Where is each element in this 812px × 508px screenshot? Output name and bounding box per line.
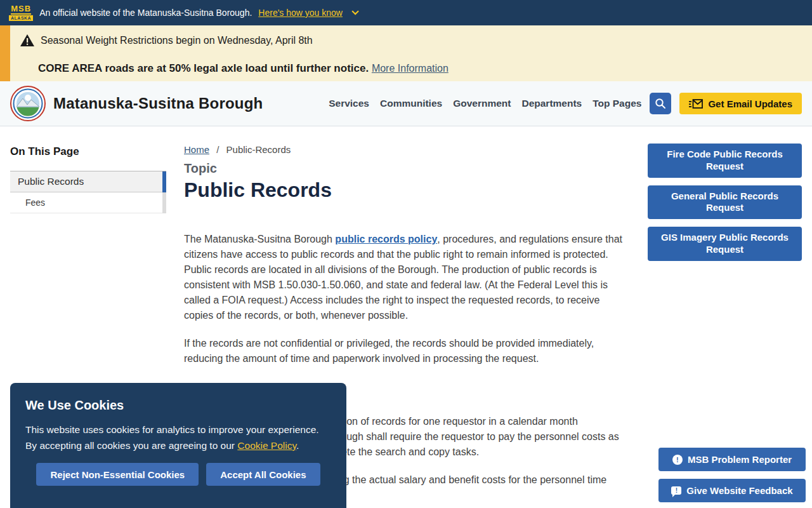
give-website-feedback-button[interactable]: ! Give Website Feedback — [658, 479, 806, 502]
general-records-request-button[interactable]: General Public Records Request — [648, 185, 802, 220]
search-icon — [655, 98, 666, 109]
page-title: Public Records — [184, 178, 332, 202]
sidebar-item-fees[interactable]: Fees — [10, 192, 166, 213]
breadcrumb-home-link[interactable]: Home — [184, 144, 209, 155]
on-this-page-sidebar: On This Page Public Records Fees — [10, 145, 166, 213]
msb-logo-text: MSB — [11, 4, 31, 15]
email-icon — [689, 99, 703, 109]
msb-alaska-logo: MSB ALASKA — [9, 4, 33, 21]
cookie-text-line2-end: . — [296, 440, 299, 451]
alert-line2: CORE AREA roads are at 50% legal axle lo… — [38, 62, 369, 74]
on-this-page-title: On This Page — [10, 145, 166, 158]
topic-kicker: Topic — [184, 161, 217, 176]
breadcrumb-separator: / — [216, 144, 219, 155]
borough-seal-logo — [10, 86, 46, 121]
intro-paragraph: The Matanuska-Susitna Borough public rec… — [184, 232, 628, 323]
get-email-updates-button[interactable]: Get Email Updates — [679, 93, 802, 114]
feedback-label: Give Website Feedback — [686, 485, 792, 496]
nav-departments[interactable]: Departments — [521, 98, 582, 109]
sidebar-scrollbar-thumb[interactable] — [162, 171, 166, 192]
cookie-policy-link[interactable]: Cookie Policy — [237, 440, 296, 451]
problem-reporter-label: MSB Problem Reporter — [688, 454, 792, 465]
second-paragraph: If the records are not confidential or p… — [184, 336, 628, 366]
reject-cookies-button[interactable]: Reject Non-Essential Cookies — [36, 463, 199, 486]
exclamation-circle-icon: ! — [672, 455, 683, 465]
breadcrumb-current: Public-Records — [226, 144, 291, 155]
cookie-text-line2: By accepting all cookies you are agreein… — [25, 440, 237, 451]
nav-services[interactable]: Services — [329, 98, 369, 109]
cookie-consent-banner: We Use Cookies This website uses cookies… — [10, 383, 346, 508]
accept-cookies-button[interactable]: Accept All Cookies — [206, 463, 320, 486]
feedback-bubble-icon: ! — [671, 486, 681, 495]
records-request-rail: Fire Code Public Records Request General… — [648, 144, 802, 261]
site-header: Matanuska-Susitna Borough Services Commu… — [0, 81, 812, 126]
msb-problem-reporter-button[interactable]: ! MSB Problem Reporter — [658, 448, 806, 471]
nav-communities[interactable]: Communities — [380, 98, 442, 109]
cookie-text-line1: This website uses cookies for analytics … — [25, 424, 319, 435]
alert-line1: Seasonal Weight Restrictions begin on We… — [41, 35, 313, 46]
heres-how-you-know-link[interactable]: Here's how you know — [258, 8, 343, 18]
get-email-updates-label: Get Email Updates — [708, 98, 792, 109]
on-this-page-list: Public Records Fees — [10, 171, 166, 213]
gis-imagery-records-request-button[interactable]: GIS Imagery Public Records Request — [648, 227, 802, 261]
nav-top-pages[interactable]: Top Pages — [593, 98, 641, 109]
main-navigation: Services Communities Government Departme… — [329, 98, 641, 109]
public-records-policy-link[interactable]: public records policy — [335, 234, 437, 244]
official-website-text: An official website of the Matanuska-Sus… — [39, 8, 252, 18]
search-button[interactable] — [650, 93, 671, 114]
breadcrumb: Home / Public-Records — [184, 144, 291, 155]
alert-banner: Seasonal Weight Restrictions begin on We… — [0, 25, 812, 81]
intro-text-after: , procedures, and regulations ensure tha… — [184, 234, 622, 321]
sidebar-item-public-records[interactable]: Public Records — [10, 171, 166, 192]
official-bar: MSB ALASKA An official website of the Ma… — [0, 0, 812, 25]
nav-government[interactable]: Government — [453, 98, 511, 109]
cookie-title: We Use Cookies — [25, 398, 331, 413]
site-title: Matanuska-Susitna Borough — [53, 95, 263, 112]
alaska-logo-text: ALASKA — [9, 15, 33, 21]
intro-text-before: The Matanuska-Susitna Borough — [184, 234, 335, 244]
more-information-link[interactable]: More Information — [372, 63, 449, 74]
fire-code-records-request-button[interactable]: Fire Code Public Records Request — [648, 144, 802, 178]
chevron-down-icon — [351, 8, 358, 15]
sidebar-scrollbar-track[interactable] — [162, 171, 166, 213]
warning-triangle-icon — [20, 34, 34, 46]
